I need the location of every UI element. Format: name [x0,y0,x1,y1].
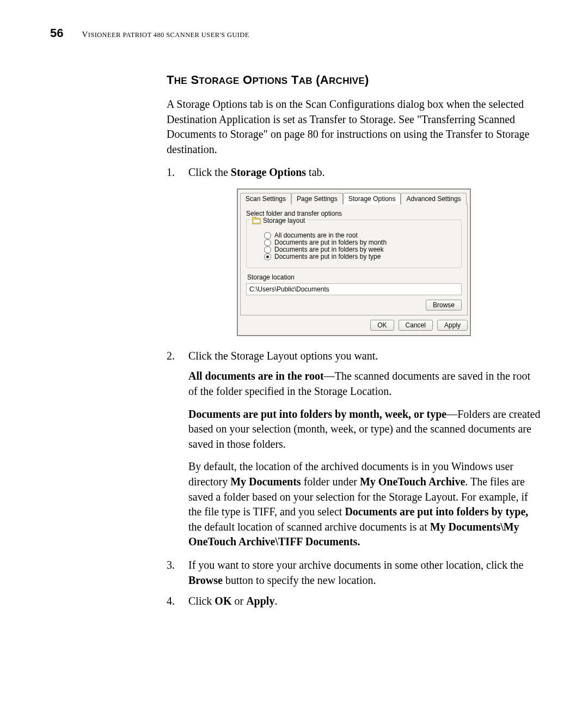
radio-label: Documents are put in folders by week [274,246,384,253]
radio-icon [264,232,271,239]
step-number: 4. [167,593,176,608]
tab-scan-settings[interactable]: Scan Settings [240,193,291,204]
radio-label: All documents are in the root [274,232,358,239]
radio-month[interactable]: Documents are put in folders by month [264,239,456,246]
folder-icon [252,217,261,224]
step2-detail-a: All documents are in the root—The scanne… [188,369,541,399]
radio-icon [264,239,271,246]
step-number: 2. [167,348,176,363]
step2-detail-c: By default, the location of the archived… [188,459,541,550]
intro-paragraph: A Storage Options tab is on the Scan Con… [167,97,541,157]
svg-rect-2 [253,220,260,223]
apply-button[interactable]: Apply [437,320,468,331]
radio-label: Documents are put in folders by type [274,253,381,260]
radio-icon [264,253,271,260]
running-head: VISIONEER PATRIOT 480 SCANNER USER'S GUI… [82,30,249,39]
storage-location-label: Storage location [247,273,462,281]
storage-layout-legend: Storage layout [263,217,305,224]
group-label: Select folder and transfer options [246,210,462,217]
step2-detail-b: Documents are put into folders by month,… [188,407,541,452]
running-head-initial: V [82,30,88,39]
cancel-button[interactable]: Cancel [399,320,433,331]
storage-options-dialog: Scan Settings Page Settings Storage Opti… [237,188,471,336]
radio-icon [264,246,271,253]
ok-button[interactable]: OK [370,320,394,331]
dialog-tabs: Scan Settings Page Settings Storage Opti… [240,192,468,204]
radio-label: Documents are put in folders by month [274,239,387,246]
browse-button[interactable]: Browse [426,300,462,311]
svg-rect-1 [252,217,256,220]
step-number: 3. [167,557,176,588]
running-head-rest: ISIONEER PATRIOT 480 SCANNER USER'S GUID… [88,31,249,39]
running-header: 56 VISIONEER PATRIOT 480 SCANNER USER'S … [50,26,538,40]
step-2: 2. Click the Storage Layout options you … [167,348,541,363]
step-number: 1. [167,165,176,180]
step-1: 1. Click the Storage Options tab. [167,165,541,180]
page-number: 56 [50,26,63,40]
radio-root[interactable]: All documents are in the root [264,232,456,239]
storage-location-path[interactable]: C:\Users\Public\Documents [246,283,462,295]
radio-type[interactable]: Documents are put in folders by type [264,253,456,260]
tab-advanced-settings[interactable]: Advanced Settings [401,193,466,204]
step-3: 3. If you want to store your archive doc… [167,557,541,588]
section-title: THE STORAGE OPTIONS TAB (ARCHIVE) [167,73,541,87]
radio-week[interactable]: Documents are put in folders by week [264,246,456,253]
storage-layout-group: Storage layout All documents are in the … [246,220,462,268]
tab-storage-options[interactable]: Storage Options [343,193,401,204]
tab-page-settings[interactable]: Page Settings [291,193,343,204]
step-4: 4. Click OK or Apply. [167,593,541,608]
